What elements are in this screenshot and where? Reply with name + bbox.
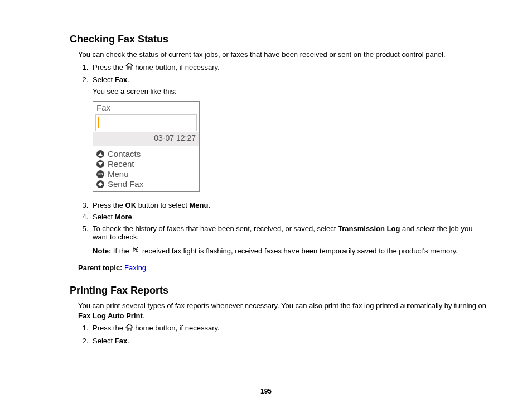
s1b-pre: Press the: [93, 324, 125, 332]
s3d: Menu: [189, 201, 208, 209]
s3b: OK: [125, 201, 137, 209]
s5b: Transmission Log: [338, 224, 400, 233]
step-2b: Select Fax.: [90, 337, 487, 345]
fax-menu-contacts-label: Contacts: [108, 149, 141, 159]
step1-pre: Press the: [93, 63, 125, 71]
fax-light-icon: [131, 247, 140, 256]
fax-screen-title: Fax: [93, 102, 199, 113]
steps-list-1: Press the home button, if necessary. Sel…: [78, 63, 487, 193]
steps-list-1b: Press the OK button to select Menu. Sele…: [78, 201, 487, 256]
fax-input-field: [95, 114, 197, 131]
s4a: Select: [93, 213, 115, 221]
intro2a: You can print several types of fax repor…: [78, 301, 486, 310]
intro2b: Fax Log Auto Print: [78, 312, 143, 320]
parent-topic-link[interactable]: Faxing: [124, 264, 146, 272]
diamond-icon: [96, 180, 104, 188]
home-icon: [125, 324, 133, 333]
parent-topic-label: Parent topic:: [78, 264, 124, 272]
step-1b: Press the home button, if necessary.: [90, 324, 487, 333]
steps-list-2: Press the home button, if necessary. Sel…: [78, 324, 487, 345]
intro2c: .: [143, 312, 145, 320]
fax-menu-menu-label: Menu: [108, 169, 129, 179]
fax-menu: Contacts Recent OK Menu Send Fax: [93, 146, 199, 191]
fax-menu-contacts: Contacts: [96, 149, 196, 159]
fax-menu-send-label: Send Fax: [108, 179, 143, 189]
cursor-icon: [98, 117, 99, 128]
fax-menu-send: Send Fax: [96, 179, 196, 189]
s1b-post: home button, if necessary.: [133, 324, 220, 332]
note-block: Note: If the received fax light is flash…: [93, 247, 487, 256]
step2-sub: You see a screen like this:: [93, 87, 487, 95]
s2b-bold: Fax: [115, 337, 127, 345]
note-label: Note:: [93, 247, 111, 255]
step2-bold: Fax: [115, 75, 127, 84]
note-b: received fax light is flashing, received…: [140, 247, 457, 255]
parent-topic: Parent topic: Faxing: [78, 263, 487, 273]
s4b: More: [115, 213, 132, 221]
s4c: .: [132, 213, 134, 221]
intro-text-2: You can print several types of fax repor…: [78, 301, 487, 320]
s3a: Press the: [93, 201, 125, 209]
step-2: Select Fax. You see a screen like this: …: [90, 75, 487, 192]
note-a: If the: [111, 247, 131, 255]
down-arrow-icon: [96, 160, 104, 168]
step-1: Press the home button, if necessary.: [90, 63, 487, 73]
heading-checking-fax-status: Checking Fax Status: [70, 33, 493, 45]
fax-screen: Fax 03-07 12:27 Contacts Recent: [93, 101, 200, 192]
s3e: .: [208, 201, 210, 209]
intro-text: You can check the status of current fax …: [78, 50, 487, 60]
step2-post: .: [127, 75, 129, 84]
fax-menu-menu: OK Menu: [96, 169, 196, 179]
ok-icon: OK: [96, 170, 104, 178]
step-5: To check the history of faxes that have …: [90, 224, 487, 256]
s2b-pre: Select: [93, 337, 115, 345]
s2b-post: .: [127, 337, 129, 345]
up-arrow-icon: [96, 150, 104, 158]
fax-menu-recent: Recent: [96, 159, 196, 169]
step-4: Select More.: [90, 213, 487, 221]
fax-menu-recent-label: Recent: [108, 159, 134, 169]
heading-printing-fax-reports: Printing Fax Reports: [70, 285, 493, 296]
step-3: Press the OK button to select Menu.: [90, 201, 487, 209]
step2-pre: Select: [93, 75, 115, 84]
home-icon: [125, 63, 133, 71]
step1-post: home button, if necessary.: [133, 63, 220, 71]
s3c: button to select: [136, 201, 189, 209]
s5a: To check the history of faxes that have …: [93, 224, 338, 233]
fax-datetime: 03-07 12:27: [93, 132, 199, 146]
page-number: 195: [0, 387, 532, 395]
